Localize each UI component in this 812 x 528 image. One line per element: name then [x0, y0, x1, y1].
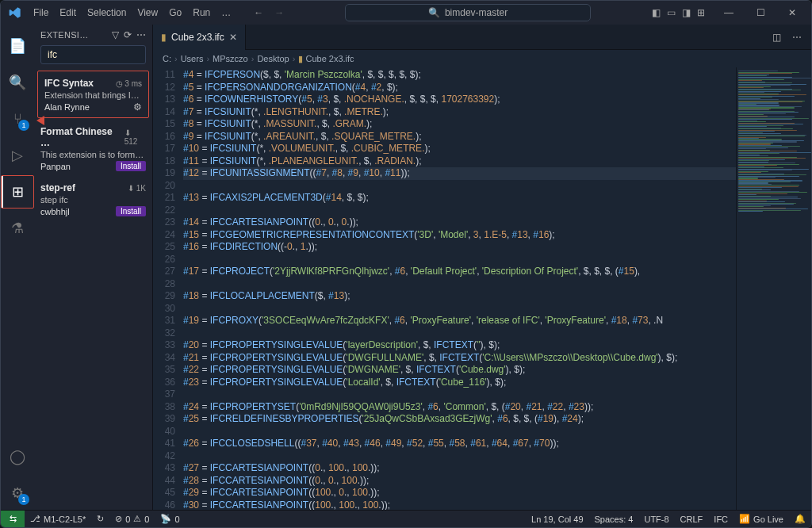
- search-icon[interactable]: 🔍: [1, 66, 34, 99]
- settings-gear-icon[interactable]: ⚙1: [1, 476, 34, 510]
- install-button[interactable]: Install: [116, 161, 146, 171]
- breadcrumb-item[interactable]: MPszczo: [213, 54, 248, 63]
- code-line[interactable]: #27 = IFCCARTESIANPOINT((0., 100., 100.)…: [183, 462, 736, 475]
- menu-go[interactable]: Go: [163, 4, 187, 21]
- menu-run[interactable]: Run: [187, 4, 216, 21]
- code-line[interactable]: #4 = IFCPERSON($, $, 'Marcin Pszczolka',…: [183, 69, 736, 82]
- code-line[interactable]: #12 = IFCUNITASSIGNMENT((#7, #8, #9, #10…: [183, 167, 736, 180]
- code-line[interactable]: #17 = IFCPROJECT('2YjjRWlKf8PRFGnQlhjwzc…: [183, 266, 736, 278]
- remote-indicator[interactable]: ⇆: [1, 511, 25, 527]
- minimap[interactable]: [736, 67, 811, 510]
- maximize-button[interactable]: ☐: [745, 1, 776, 25]
- extension-name: step-ref: [40, 182, 75, 193]
- code-line[interactable]: #20 = IFCPROPERTYSINGLEVALUE('layerDescr…: [183, 339, 736, 352]
- close-button[interactable]: ✕: [776, 1, 808, 25]
- tab-cube-ifc[interactable]: ▮ Cube 2x3.ifc ✕: [153, 25, 246, 50]
- code-line[interactable]: #30 = IFCCARTESIANPOINT((100., 100., 100…: [183, 499, 736, 511]
- tab-close-icon[interactable]: ✕: [229, 32, 237, 43]
- code-line[interactable]: [183, 388, 736, 401]
- command-center[interactable]: 🔍 bimdev-master: [285, 4, 650, 21]
- code-line[interactable]: #23 = IFCPROPERTYSINGLEVALUE('LocalId', …: [183, 377, 736, 389]
- account-icon[interactable]: ◯: [1, 440, 34, 473]
- code-line[interactable]: #5 = IFCPERSONANDORGANIZATION(#4, #2, $)…: [183, 82, 736, 94]
- code-line[interactable]: #25 = IFCRELDEFINESBYPROPERTIES('25JaQwC…: [183, 413, 736, 426]
- code-line[interactable]: #6 = IFCOWNERHISTORY(#5, #3, $, .NOCHANG…: [183, 94, 736, 106]
- sync-status[interactable]: ↻: [91, 511, 109, 527]
- code-area[interactable]: 1112131415161718192021222324252627282930…: [153, 67, 811, 510]
- code-line[interactable]: [183, 327, 736, 340]
- code-line[interactable]: [183, 450, 736, 463]
- code-line[interactable]: [183, 303, 736, 316]
- notifications-icon[interactable]: 🔔: [789, 511, 811, 527]
- menu-edit[interactable]: Edit: [54, 4, 82, 21]
- customize-layout-icon[interactable]: ⊞: [697, 7, 705, 18]
- extension-search[interactable]: [40, 45, 146, 64]
- extension-item[interactable]: IFC Syntax◷ 3 msExtension that brings IF…: [37, 71, 149, 118]
- split-editor-icon[interactable]: ◫: [772, 32, 781, 43]
- more-editor-actions-icon[interactable]: ⋯: [792, 32, 802, 43]
- menu-view[interactable]: View: [132, 4, 163, 21]
- language-mode[interactable]: IFC: [708, 511, 733, 527]
- code-line[interactable]: [183, 426, 736, 438]
- toggle-panel-icon[interactable]: ▭: [667, 7, 676, 18]
- menu-file[interactable]: File: [28, 4, 54, 21]
- extension-item[interactable]: step-ref⬇ 1Kstep ifccwbhhjlInstall: [34, 176, 152, 221]
- toggle-primary-sidebar-icon[interactable]: ◧: [652, 7, 661, 18]
- git-branch[interactable]: ⎇M1-C2-L5*: [25, 511, 91, 527]
- code-line[interactable]: #7 = IFCSIUNIT(*, .LENGTHUNIT., $, .METR…: [183, 106, 736, 119]
- toggle-secondary-sidebar-icon[interactable]: ◨: [682, 7, 691, 18]
- code-line[interactable]: [183, 180, 736, 193]
- code-line[interactable]: #14 = IFCCARTESIANPOINT((0., 0., 0.));: [183, 216, 736, 229]
- breadcrumb[interactable]: C:›Users›MPszczo›Desktop›▮ Cube 2x3.ifc: [153, 50, 811, 67]
- code-line[interactable]: #13 = IFCAXIS2PLACEMENT3D(#14, $, $);: [183, 192, 736, 205]
- more-icon[interactable]: ⋯: [136, 29, 146, 40]
- code-line[interactable]: #26 = IFCCLOSEDSHELL((#37, #40, #43, #46…: [183, 438, 736, 450]
- code-line[interactable]: [183, 254, 736, 266]
- minimize-button[interactable]: —: [713, 1, 745, 25]
- breadcrumb-item[interactable]: C:: [163, 54, 171, 63]
- code-line[interactable]: #24 = IFCPROPERTYSET('0mRd9NjI59QQAW0ji9…: [183, 401, 736, 414]
- breadcrumb-item[interactable]: ▮ Cube 2x3.ifc: [298, 54, 354, 64]
- code-line[interactable]: [183, 205, 736, 217]
- menu-selection[interactable]: Selection: [82, 4, 132, 21]
- indentation-status[interactable]: Spaces: 4: [589, 511, 639, 527]
- breadcrumb-item[interactable]: Desktop: [257, 54, 289, 63]
- code-line[interactable]: [183, 278, 736, 291]
- breadcrumb-item[interactable]: Users: [181, 54, 204, 63]
- menu-…[interactable]: …: [216, 4, 236, 21]
- code-line[interactable]: #29 = IFCCARTESIANPOINT((100., 0., 100.)…: [183, 487, 736, 499]
- code-line[interactable]: #9 = IFCSIUNIT(*, .AREAUNIT., $, .SQUARE…: [183, 131, 736, 143]
- install-button[interactable]: Install: [116, 206, 146, 216]
- cursor-position[interactable]: Ln 19, Col 49: [526, 511, 588, 527]
- eol-status[interactable]: CRLF: [675, 511, 709, 527]
- refresh-icon[interactable]: ⟳: [124, 29, 132, 40]
- gear-icon[interactable]: ⚙: [133, 101, 142, 113]
- code-line[interactable]: #10 = IFCSIUNIT(*, .VOLUMEUNIT., $, .CUB…: [183, 143, 736, 155]
- source-control-icon[interactable]: ⑂1: [1, 102, 34, 136]
- go-live-button[interactable]: 📶Go Live: [733, 511, 789, 527]
- nav-back-icon[interactable]: ←: [254, 7, 263, 18]
- code-line[interactable]: #11 = IFCSIUNIT(*, .PLANEANGLEUNIT., $, …: [183, 155, 736, 168]
- extension-item[interactable]: Format Chinese …⬇ 512This extension is t…: [34, 120, 152, 176]
- code-line[interactable]: #22 = IFCPROPERTYSINGLEVALUE('DWGNAME', …: [183, 364, 736, 377]
- code-line[interactable]: #18 = IFCLOCALPLACEMENT($, #13);: [183, 290, 736, 303]
- testing-icon[interactable]: ⚗: [1, 212, 34, 245]
- code-line[interactable]: #15 = IFCGEOMETRICREPRESENTATIONCONTEXT(…: [183, 229, 736, 242]
- problems-status[interactable]: ⊘0 ⚠0: [109, 511, 155, 527]
- code-line[interactable]: #8 = IFCSIUNIT(*, .MASSUNIT., $, .GRAM.)…: [183, 118, 736, 131]
- ports-status[interactable]: 📡0: [155, 511, 185, 527]
- nav-forward-icon[interactable]: →: [274, 7, 284, 18]
- encoding-status[interactable]: UTF-8: [638, 511, 674, 527]
- code-line[interactable]: #16 = IFCDIRECTION((-0., 1.));: [183, 241, 736, 254]
- code-line[interactable]: #21 = IFCPROPERTYSINGLEVALUE('DWGFULLNAM…: [183, 352, 736, 365]
- code-line[interactable]: #28 = IFCCARTESIANPOINT((0., 0., 100.));: [183, 475, 736, 488]
- filter-icon[interactable]: ▽: [112, 29, 119, 40]
- code-line[interactable]: #19 = IFCPROXY('3SOCEeqWvAre7fcZqdcKFX',…: [183, 315, 736, 327]
- run-debug-icon[interactable]: ▷: [1, 139, 34, 172]
- line-number: 33: [153, 339, 175, 352]
- explorer-icon[interactable]: 📄: [1, 29, 34, 63]
- editor-text[interactable]: #4 = IFCPERSON($, $, 'Marcin Pszczolka',…: [183, 67, 736, 510]
- line-number: 13: [153, 94, 175, 106]
- extension-search-input[interactable]: [46, 48, 135, 61]
- extensions-icon[interactable]: ⊞: [1, 175, 34, 209]
